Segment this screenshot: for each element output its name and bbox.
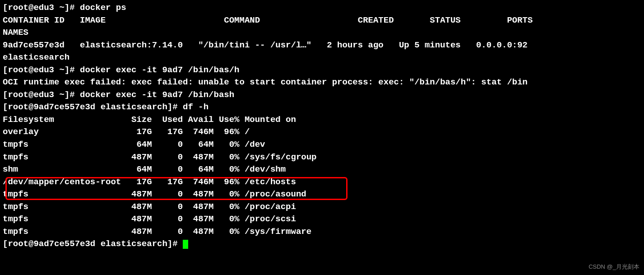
terminal-line-df-header: Filesystem Size Used Avail Use% Mounted …	[3, 114, 641, 126]
terminal-line-command: [root@edu3 ~]# docker ps	[3, 2, 641, 14]
terminal-line-container-name: elasticsearch	[3, 51, 641, 64]
cursor-icon	[183, 240, 188, 249]
terminal-line-df-row: tmpfs 487M 0 487M 0% /sys/firmware	[3, 226, 641, 238]
terminal-line-command: [root@edu3 ~]# docker exec -it 9ad7 /bin…	[3, 64, 641, 77]
terminal-line-df-row: tmpfs 487M 0 487M 0% /proc/acpi	[3, 201, 641, 214]
terminal-line-df-row: tmpfs 487M 0 487M 0% /proc/scsi	[3, 213, 641, 226]
terminal-line-prompt[interactable]: [root@9ad7ce557e3d elasticsearch]#	[3, 238, 641, 251]
terminal-line-command: [root@9ad7ce557e3d elasticsearch]# df -h	[3, 101, 641, 114]
terminal-line-header: CONTAINER ID IMAGE COMMAND CREATED STATU…	[3, 14, 641, 27]
prompt-text: [root@9ad7ce557e3d elasticsearch]#	[3, 239, 183, 249]
terminal-line-header: NAMES	[3, 27, 641, 39]
terminal-line-df-row: overlay 17G 17G 746M 96% /	[3, 126, 641, 139]
terminal-line-df-row-highlighted: /dev/mapper/centos-root 17G 17G 746M 96%…	[3, 176, 641, 189]
terminal-line-df-row: shm 64M 0 64M 0% /dev/shm	[3, 163, 641, 176]
terminal-line-df-row: tmpfs 64M 0 64M 0% /dev	[3, 139, 641, 151]
terminal-line-container-row: 9ad7ce557e3d elasticsearch:7.14.0 "/bin/…	[3, 39, 641, 52]
watermark-text: CSDN @_月光刻本	[588, 263, 639, 271]
terminal-line-error: OCI runtime exec failed: exec failed: un…	[3, 76, 641, 89]
terminal-line-command: [root@edu3 ~]# docker exec -it 9ad7 /bin…	[3, 89, 641, 102]
terminal-line-df-row: tmpfs 487M 0 487M 0% /proc/asound	[3, 188, 641, 201]
terminal-line-df-row: tmpfs 487M 0 487M 0% /sys/fs/cgroup	[3, 151, 641, 164]
